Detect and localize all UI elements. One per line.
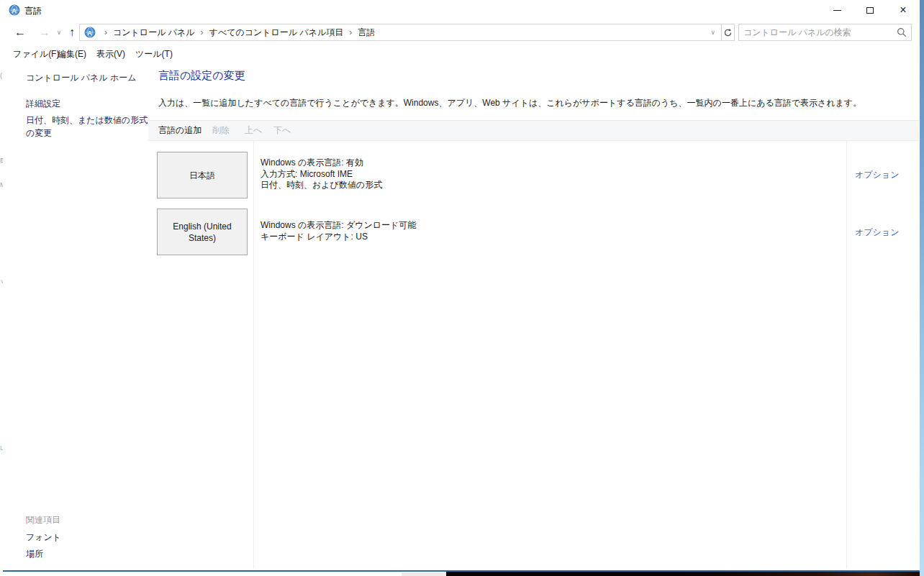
move-up-button[interactable]: 上へ [245, 121, 262, 140]
address-bar[interactable]: A › コントロール パネル › すべてのコントロール パネル項目 › 言語 ∨ [79, 24, 722, 41]
window-controls: × [820, 0, 920, 20]
search-input[interactable] [743, 27, 897, 37]
search-icon[interactable] [897, 27, 907, 37]
navigation-bar: ← → ∨ ↑ A › コントロール パネル › すべてのコントロール パネル項… [3, 22, 920, 43]
menu-view[interactable]: 表示(V) [96, 48, 125, 60]
language-list-toolbar: 言語の追加 削除 上へ 下へ [148, 120, 919, 141]
up-button[interactable]: ↑ [65, 24, 79, 41]
language-tile-english-us[interactable]: English (United States) [157, 209, 248, 255]
maximize-icon [866, 7, 874, 14]
language-tile-japanese[interactable]: 日本語 [157, 152, 248, 198]
sidebar-item-date-time-number-format[interactable]: 日付、時刻、または数値の形式の変更 [26, 114, 150, 140]
address-dropdown-icon[interactable]: ∨ [709, 29, 717, 36]
detail-line: 入力方式: Microsoft IME [261, 169, 382, 180]
language-app-icon: A [9, 4, 20, 16]
page-title: 言語の設定の変更 [158, 69, 245, 83]
language-name: English (United States) [160, 221, 244, 244]
breadcrumb-control-panel[interactable]: コントロール パネル [113, 27, 195, 39]
menu-edit[interactable]: 編集(E) [58, 48, 86, 60]
taskbar-fragment-light [402, 572, 446, 576]
menu-tools[interactable]: ツール(T) [135, 48, 173, 60]
minimize-button[interactable] [820, 0, 853, 20]
refresh-icon [723, 28, 733, 37]
background-window-edge-right [920, 0, 924, 576]
close-button[interactable]: × [887, 0, 920, 20]
breadcrumb-separator-icon: › [104, 27, 107, 37]
recent-pages-dropdown[interactable]: ∨ [55, 24, 63, 41]
list-column-divider [253, 141, 254, 569]
close-icon: × [900, 4, 906, 16]
sidebar-item-advanced-settings[interactable]: 詳細設定 [26, 98, 60, 110]
breadcrumb-separator-icon: › [201, 27, 204, 37]
taskbar-fragment-dark [446, 572, 920, 576]
sidebar-item-fonts[interactable]: フォント [26, 531, 61, 544]
options-link-japanese[interactable]: オプション [855, 169, 899, 181]
options-link-english-us[interactable]: オプション [855, 227, 899, 239]
forward-button[interactable]: → [36, 24, 53, 41]
breadcrumb-all-items[interactable]: すべてのコントロール パネル項目 [209, 27, 344, 39]
language-details-english-us: Windows の表示言語: ダウンロード可能 キーボード レイアウト: US [261, 220, 416, 242]
breadcrumb-language[interactable]: 言語 [358, 27, 375, 39]
address-location-icon: A [84, 27, 96, 38]
sidebar-related-items-header: 関連項目 [26, 514, 60, 526]
page-description: 入力は、一覧に追加したすべての言語で行うことができます。Windows、アプリ、… [158, 97, 861, 109]
breadcrumb-separator-icon: › [349, 27, 352, 37]
list-column-divider [846, 141, 847, 569]
menu-file[interactable]: ファイル(F) [13, 48, 59, 60]
language-name: 日本語 [189, 170, 215, 181]
screen: ( B M ∨ L A 言語 × ← → ∨ ↑ [0, 0, 924, 576]
maximize-button[interactable] [853, 0, 887, 20]
refresh-button[interactable] [721, 24, 735, 41]
svg-text:A: A [88, 29, 92, 37]
add-language-button[interactable]: 言語の追加 [158, 121, 201, 140]
minimize-icon [833, 10, 841, 11]
main-panel: 言語の設定の変更 入力は、一覧に追加したすべての言語で行うことができます。Win… [148, 63, 919, 570]
detail-line: Windows の表示言語: 有効 [261, 157, 382, 169]
menu-bar: ファイル(F) 編集(E) 表示(V) ツール(T) [3, 45, 920, 63]
detail-line: キーボード レイアウト: US [261, 232, 416, 243]
detail-line: Windows の表示言語: ダウンロード可能 [261, 220, 416, 232]
titlebar: A 言語 × [3, 0, 920, 20]
sidebar-item-control-panel-home[interactable]: コントロール パネル ホーム [26, 72, 136, 84]
detail-line: 日付、時刻、および数値の形式 [261, 180, 382, 191]
search-box [738, 24, 912, 41]
content-area: コントロール パネル ホーム 詳細設定 日付、時刻、または数値の形式の変更 関連… [3, 63, 920, 570]
sidebar-item-location[interactable]: 場所 [26, 548, 43, 560]
move-down-button[interactable]: 下へ [273, 121, 291, 140]
language-control-panel-window: A 言語 × ← → ∨ ↑ A › コント [3, 0, 920, 572]
back-button[interactable]: ← [12, 24, 29, 41]
language-details-japanese: Windows の表示言語: 有効 入力方式: Microsoft IME 日付… [261, 157, 382, 191]
sidebar: コントロール パネル ホーム 詳細設定 日付、時刻、または数値の形式の変更 関連… [3, 63, 148, 570]
window-title: 言語 [24, 5, 42, 17]
svg-text:A: A [12, 7, 17, 14]
remove-language-button[interactable]: 削除 [212, 121, 230, 140]
